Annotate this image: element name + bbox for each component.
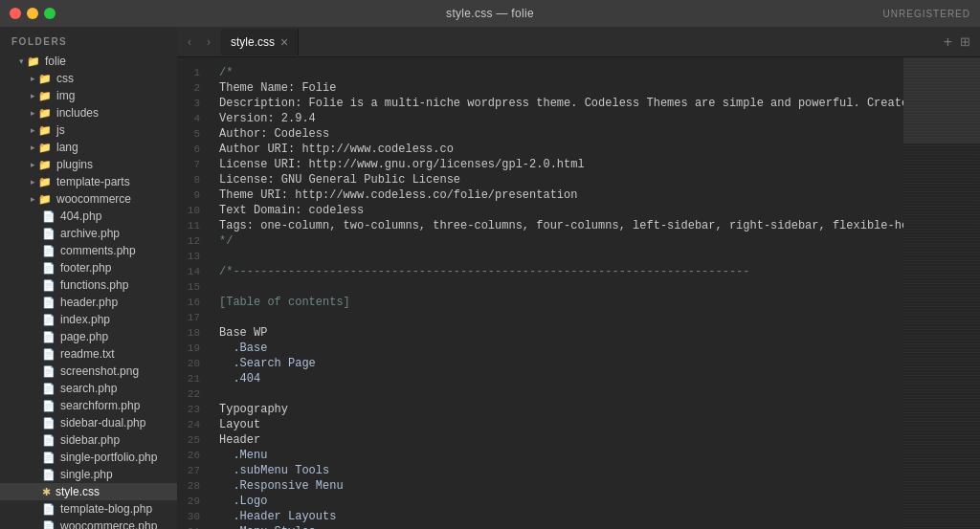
file-icon: 📄 — [42, 400, 56, 412]
code-line: .Logo — [219, 495, 267, 508]
line-number: 6 — [177, 142, 206, 157]
minimize-button[interactable] — [27, 8, 38, 19]
file-icon: 📄 — [42, 520, 56, 530]
sidebar-item-folie[interactable]: 📁 folie — [0, 53, 177, 70]
sidebar-item-woocommerce-php[interactable]: 📄 woocommerce.php — [0, 518, 177, 529]
line-number: 3 — [177, 96, 206, 111]
file-icon: 📄 — [42, 279, 56, 292]
arrow-icon — [31, 177, 35, 187]
sidebar-item-functions[interactable]: 📄 functions.php — [0, 276, 177, 294]
code-line: /* — [219, 66, 233, 79]
code-line: Tags: one-column, two-columns, three-col… — [219, 219, 903, 232]
window-controls — [10, 8, 56, 19]
sidebar-item-label: header.php — [60, 296, 118, 309]
sidebar-item-comments[interactable]: 📄 comments.php — [0, 242, 177, 259]
folder-icon: 📁 — [38, 124, 52, 137]
file-icon: 📄 — [42, 452, 56, 464]
tab-style-css[interactable]: style.css × — [221, 29, 299, 55]
line-number: 12 — [177, 233, 206, 249]
line-number: 2 — [177, 80, 206, 96]
sidebar-item-header[interactable]: 📄 header.php — [0, 294, 177, 311]
line-number: 1 — [177, 65, 206, 80]
sidebar-item-css[interactable]: 📁 css — [0, 70, 177, 87]
sidebar-item-label: single-portfolio.php — [60, 451, 157, 464]
file-icon: 📄 — [42, 348, 56, 361]
file-icon: 📄 — [42, 228, 56, 240]
sidebar-item-archive[interactable]: 📄 archive.php — [0, 225, 177, 242]
line-number: 26 — [177, 448, 206, 463]
arrow-icon — [31, 125, 35, 135]
folder-icon: 📁 — [38, 107, 52, 120]
sidebar-item-sidebar-dual[interactable]: 📄 sidebar-dual.php — [0, 414, 177, 431]
sidebar-item-template-parts[interactable]: 📁 template-parts — [0, 173, 177, 190]
editor-content[interactable]: 1234567891011121314151617181920212223242… — [177, 57, 980, 529]
code-line: Theme Name: Folie — [219, 81, 336, 95]
file-icon: 📄 — [42, 314, 56, 326]
maximize-button[interactable] — [44, 8, 56, 19]
line-number: 22 — [177, 386, 206, 402]
main-layout: FOLDERS 📁 folie 📁 css 📁 img 📁 includes 📁… — [0, 27, 980, 529]
forward-button[interactable]: › — [200, 33, 217, 51]
line-number: 4 — [177, 111, 206, 126]
unregistered-label: UNREGISTERED — [883, 9, 970, 19]
minimap-highlight — [903, 57, 980, 143]
arrow-icon — [31, 74, 35, 83]
sidebar-item-template-blog[interactable]: 📄 template-blog.php — [0, 500, 177, 518]
sidebar-item-label: woocommerce.php — [60, 519, 157, 529]
sidebar-item-footer[interactable]: 📄 footer.php — [0, 259, 177, 276]
sidebar-item-index[interactable]: 📄 index.php — [0, 311, 177, 328]
close-button[interactable] — [10, 8, 21, 19]
code-line: .subMenu Tools — [219, 464, 329, 477]
sidebar-item-404[interactable]: 📄 404.php — [0, 208, 177, 225]
sidebar-item-search[interactable]: 📄 search.php — [0, 380, 177, 397]
code-line: License: GNU General Public License — [219, 173, 460, 187]
file-icon: 📄 — [42, 434, 56, 447]
code-line: .Menu Styles — [219, 525, 316, 529]
sidebar-item-plugins[interactable]: 📁 plugins — [0, 156, 177, 173]
layout-icon[interactable]: ⊞ — [960, 34, 970, 49]
code-line: .Responsive Menu — [219, 479, 344, 493]
code-line: Base WP — [219, 326, 267, 340]
code-line: Author: Codeless — [219, 127, 329, 141]
file-icon: 📄 — [42, 503, 56, 516]
sidebar-item-sidebar[interactable]: 📄 sidebar.php — [0, 431, 177, 449]
code-line: .Search Page — [219, 357, 316, 370]
line-number: 29 — [177, 494, 206, 509]
sidebar-item-js[interactable]: 📁 js — [0, 121, 177, 139]
sidebar-item-label: index.php — [60, 313, 110, 326]
sidebar-item-single[interactable]: 📄 single.php — [0, 466, 177, 483]
sidebar-item-screenshot[interactable]: 📄 screenshot.png — [0, 363, 177, 380]
sidebar-item-searchform[interactable]: 📄 searchform.php — [0, 397, 177, 414]
sidebar-header: FOLDERS — [0, 27, 177, 53]
sidebar-item-page[interactable]: 📄 page.php — [0, 328, 177, 345]
code-line: Description: Folie is a multi-niche word… — [219, 97, 903, 110]
sidebar-item-label: template-parts — [56, 175, 130, 188]
file-icon: ✱ — [42, 486, 51, 498]
code-line: .Header Layouts — [219, 510, 336, 523]
sidebar-item-label: includes — [56, 106, 99, 120]
arrow-icon — [31, 91, 35, 100]
sidebar-item-label: style.css — [56, 485, 100, 498]
sidebar-item-lang[interactable]: 📁 lang — [0, 139, 177, 156]
line-numbers: 1234567891011121314151617181920212223242… — [177, 57, 212, 529]
sidebar-item-readme[interactable]: 📄 readme.txt — [0, 345, 177, 363]
sidebar-item-label: js — [56, 123, 65, 137]
new-tab-icon[interactable]: + — [944, 33, 952, 51]
sidebar-item-label: template-blog.php — [60, 502, 152, 516]
line-number: 14 — [177, 264, 206, 279]
folder-icon: 📁 — [38, 90, 52, 102]
sidebar-item-label: sidebar.php — [60, 433, 120, 447]
tab-close-icon[interactable]: × — [280, 35, 288, 49]
sidebar-item-woocommerce[interactable]: 📁 woocommerce — [0, 190, 177, 208]
sidebar-item-style-css[interactable]: ✱ style.css — [0, 483, 177, 500]
editor-nav: ‹ › — [177, 33, 221, 51]
sidebar-item-single-portfolio[interactable]: 📄 single-portfolio.php — [0, 449, 177, 466]
sidebar-item-label: single.php — [60, 468, 113, 481]
back-button[interactable]: ‹ — [181, 33, 198, 51]
sidebar-item-img[interactable]: 📁 img — [0, 87, 177, 104]
folder-icon: 📁 — [38, 159, 52, 171]
folder-icon: 📁 — [38, 176, 52, 188]
sidebar-item-includes[interactable]: 📁 includes — [0, 104, 177, 121]
arrow-icon — [31, 143, 35, 152]
code-area[interactable]: /* Theme Name: Folie Description: Folie … — [212, 57, 903, 529]
